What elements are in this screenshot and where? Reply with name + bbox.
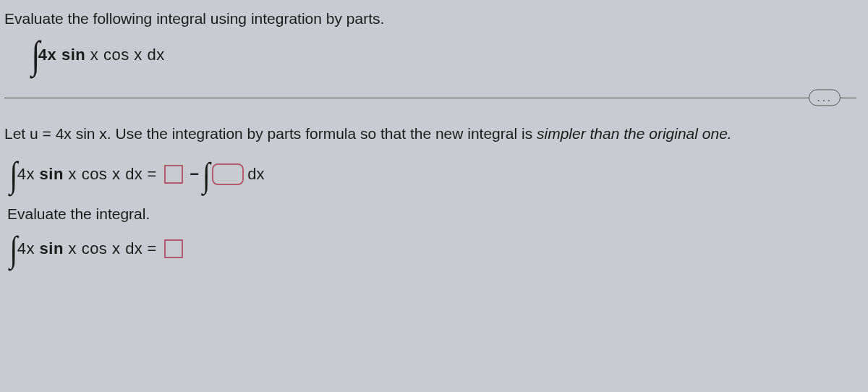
- integral-display: ∫ 4x sin x cos x dx: [30, 38, 856, 73]
- more-button[interactable]: ...: [809, 89, 841, 106]
- integral-sign-icon: ∫: [9, 158, 17, 191]
- eq2-dx: dx: [125, 239, 142, 257]
- eq2-x1: x: [69, 239, 82, 257]
- eq2-cos: cos: [82, 239, 108, 257]
- answer-blank-2[interactable]: [212, 163, 244, 185]
- x1: x: [90, 46, 103, 64]
- coef: 4x: [38, 46, 56, 64]
- equation-row-2: ∫ 4x sin x cos x dx =: [9, 233, 856, 265]
- prompt-text: Evaluate the following integral using in…: [4, 10, 856, 27]
- eq1-x1: x: [69, 165, 82, 183]
- eq1-cos: cos: [82, 165, 108, 183]
- eq1-coef: 4x: [17, 165, 35, 183]
- eq2-sin: sin: [40, 239, 64, 257]
- integral-sign-icon: ∫: [31, 38, 40, 73]
- equation-row-1: ∫ 4x sin x cos x dx = − ∫ dx: [9, 158, 856, 191]
- instruction-prefix: Let u = 4x sin x. Use the integration by…: [4, 125, 537, 142]
- integral-expression: 4x sin x cos x dx: [38, 46, 165, 64]
- eq1-dx: dx: [125, 165, 142, 183]
- eq1-x2: x: [112, 165, 125, 183]
- integral-sign-icon: ∫: [9, 233, 17, 265]
- instruction-emphasis: simpler than the original one.: [537, 125, 732, 142]
- equals-sign: =: [147, 239, 156, 258]
- horizontal-rule: [4, 98, 856, 98]
- dx: dx: [147, 46, 164, 64]
- x2: x: [134, 46, 147, 64]
- divider-row: ...: [4, 88, 856, 108]
- eq2-x2: x: [112, 239, 125, 257]
- eq1-trail: dx: [247, 165, 264, 184]
- equals-sign: =: [147, 165, 156, 184]
- eq2-coef: 4x: [17, 239, 35, 257]
- instruction-text: Let u = 4x sin x. Use the integration by…: [4, 125, 856, 142]
- eq2-lhs: 4x sin x cos x dx: [17, 239, 143, 258]
- answer-blank-1[interactable]: [164, 165, 183, 184]
- cos: cos: [103, 46, 129, 64]
- eq1-lhs: 4x sin x cos x dx: [17, 165, 143, 184]
- sin: sin: [61, 46, 85, 64]
- integral-sign-icon: ∫: [203, 159, 210, 190]
- eq1-sin: sin: [40, 165, 64, 183]
- question-container: Evaluate the following integral using in…: [0, 0, 868, 291]
- answer-blank-3[interactable]: [164, 239, 183, 258]
- minus-sign: −: [190, 165, 199, 184]
- evaluate-label: Evaluate the integral.: [7, 205, 856, 223]
